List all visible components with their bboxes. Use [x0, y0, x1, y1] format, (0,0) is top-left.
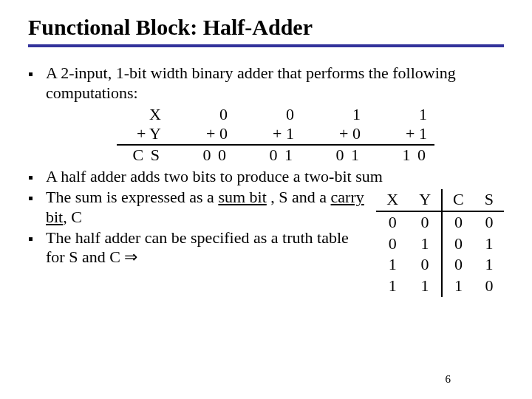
bullet-1-text: A 2-input, 1-bit width binary adder that…	[46, 64, 504, 103]
arith-cell: 0	[168, 105, 235, 125]
arith-cell: + 1	[235, 124, 301, 146]
truth-table: X Y C S 0 0 0 0 0 1 0 1 1	[376, 189, 504, 297]
th-s: S	[474, 189, 504, 211]
bullet-2: ▪ A half adder adds two bits to produce …	[28, 167, 504, 187]
td: 1	[409, 233, 442, 255]
bullet-1: ▪ A 2-input, 1-bit width binary adder th…	[28, 64, 504, 103]
td: 0	[474, 211, 504, 233]
truth-table-header: X Y C S	[376, 189, 504, 211]
th-y: Y	[409, 189, 442, 211]
arith-row-cs: C S 0 0 0 1 0 1 1 0	[117, 146, 504, 166]
arithmetic-block: X 0 0 1 1 + Y + 0 + 1 + 0 + 1 C S 0 0 0 …	[117, 105, 504, 166]
bullet-marker: ▪	[28, 65, 38, 83]
bullet-list: ▪ A 2-input, 1-bit width binary adder th…	[28, 64, 504, 297]
td: 0	[474, 276, 504, 297]
arith-row-x: X 0 0 1 1	[117, 105, 504, 125]
td: 1	[409, 276, 442, 297]
slide-title: Functional Block: Half-Adder	[28, 15, 504, 40]
td: 1	[442, 276, 474, 297]
arith-cell: 1	[368, 105, 434, 125]
page-number: 6	[446, 373, 451, 386]
bullet-4-text: The half adder can be specified as a tru…	[46, 228, 370, 268]
arith-cell: 1 0	[368, 146, 434, 166]
bullet-4: ▪ The half adder can be specified as a t…	[28, 228, 370, 268]
td: 0	[409, 211, 442, 233]
arith-row-y: + Y + 0 + 1 + 0 + 1	[117, 124, 504, 146]
title-underline	[28, 44, 504, 47]
td: 0	[409, 254, 442, 276]
td: 0	[376, 233, 409, 255]
arith-label-y: + Y	[117, 124, 168, 146]
arith-cell: + 1	[368, 124, 434, 146]
arith-label-cs: C S	[117, 146, 168, 166]
bullet-3-pre: The sum is expressed as a	[46, 188, 218, 206]
bullet-4-pre: The half adder can be specified as a tru…	[46, 228, 349, 267]
arith-cell: 0 0	[168, 146, 235, 166]
bullet-marker: ▪	[28, 189, 38, 207]
bullet-3-post: , C	[63, 208, 82, 226]
arith-cell: 0 1	[301, 146, 368, 166]
table-row: 1 0 0 1	[376, 254, 504, 276]
td: 0	[376, 211, 409, 233]
right-arrow-icon: ⇒	[124, 248, 137, 266]
td: 1	[474, 254, 504, 276]
bullet-3-sumbit: sum bit	[218, 188, 266, 206]
td: 0	[442, 211, 474, 233]
arith-cell: + 0	[168, 124, 235, 146]
bullet-3-mid: , S and a	[267, 188, 331, 206]
table-row: 1 1 1 0	[376, 276, 504, 297]
arith-cell: 1	[301, 105, 368, 125]
arith-label-x: X	[117, 105, 168, 125]
th-x: X	[376, 189, 409, 211]
th-c: C	[442, 189, 474, 211]
bullet-3-text: The sum is expressed as a sum bit , S an…	[46, 188, 370, 228]
table-row: 0 0 0 0	[376, 211, 504, 233]
bullet-marker: ▪	[28, 168, 38, 186]
bullet-2-text: A half adder adds two bits to produce a …	[46, 167, 504, 187]
td: 1	[474, 233, 504, 255]
td: 1	[376, 276, 409, 297]
arith-cell: + 0	[301, 124, 368, 146]
arith-cell: 0	[235, 105, 301, 125]
arith-cell: 0 1	[235, 146, 301, 166]
bullet-marker: ▪	[28, 230, 38, 248]
td: 0	[442, 254, 474, 276]
bullet-3: ▪ The sum is expressed as a sum bit , S …	[28, 188, 370, 228]
td: 1	[376, 254, 409, 276]
td: 0	[442, 233, 474, 255]
table-row: 0 1 0 1	[376, 233, 504, 255]
